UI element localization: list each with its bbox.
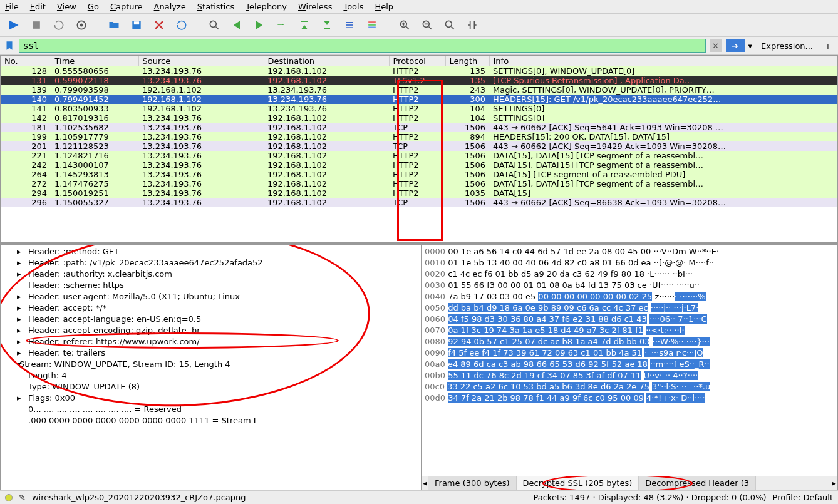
menu-statistics[interactable]: Statistics — [197, 2, 234, 11]
packet-row[interactable]: 2641.14529381313.234.193.76192.168.1.102… — [1, 170, 837, 179]
packet-row[interactable]: 2421.14300010713.234.193.76192.168.1.102… — [1, 160, 837, 170]
reload-icon[interactable] — [173, 16, 190, 34]
first-icon[interactable] — [296, 16, 313, 34]
menu-telephony[interactable]: Telephony — [246, 2, 287, 11]
zoom-in-icon[interactable] — [396, 16, 413, 34]
tree-item[interactable]: ▸Header: user-agent: Mozilla/5.0 (X11; U… — [3, 291, 418, 302]
tree-item[interactable]: ▸Header: :path: /v1/pk_20ecac233aaaee647… — [3, 257, 418, 269]
packet-row[interactable]: 1310.59907211813.234.193.76192.168.1.102… — [1, 76, 837, 85]
colorize-icon[interactable] — [363, 16, 381, 34]
add-filter-button[interactable]: + — [822, 41, 834, 51]
column-length[interactable]: Length — [445, 56, 489, 66]
jump-icon[interactable] — [273, 16, 291, 34]
capture-start-icon[interactable] — [5, 16, 23, 34]
hex-line[interactable]: 0070 0a 1f 3c 19 74 3a 1a e5 18 d4 49 a7… — [425, 325, 835, 336]
menu-file[interactable]: File — [5, 2, 19, 11]
packet-row[interactable]: 1410.803500933192.168.1.10213.234.193.76… — [1, 104, 837, 113]
hex-line[interactable]: 0010 01 1e 5b 13 40 00 40 06 4d 82 c0 a8… — [425, 257, 835, 269]
tree-item[interactable]: 0... .... .... .... .... .... .... .... … — [3, 404, 418, 415]
hex-line[interactable]: 00d0 34 7f 2a 21 2b 98 78 f1 44 a9 9f 6c… — [425, 393, 835, 404]
tab-scroll-right-icon[interactable]: ▸ — [830, 476, 837, 490]
menu-help[interactable]: Help — [375, 2, 393, 11]
hex-line[interactable]: 0060 04 f5 98 d3 30 36 80 a4 37 f6 e2 31… — [425, 314, 835, 325]
tree-item[interactable]: ▸Flags: 0x00 — [3, 393, 418, 404]
tree-item[interactable]: Header: :scheme: https — [3, 280, 418, 291]
prev-icon[interactable] — [228, 16, 246, 34]
hex-line[interactable]: 00a0 e4 89 6d ca c3 ab 98 66 65 53 d6 92… — [425, 359, 835, 370]
hex-line[interactable]: 00b0 55 11 dc 76 8c 2d 19 cf 34 07 85 3f… — [425, 370, 835, 381]
tree-item[interactable]: Length: 4 — [3, 370, 418, 381]
zoom-out-icon[interactable] — [418, 16, 436, 34]
apply-filter-icon[interactable]: ➔ — [726, 39, 745, 52]
packet-row[interactable]: 1991.10591777913.234.193.76192.168.1.102… — [1, 132, 837, 141]
expression-button[interactable]: Expression... — [756, 40, 818, 52]
autoscroll-icon[interactable] — [341, 16, 358, 34]
tab-scroll-left-icon[interactable]: ◂ — [422, 476, 428, 490]
packet-row[interactable]: 1280.55558065613.234.193.76192.168.1.102… — [1, 66, 837, 76]
bookmark-icon[interactable] — [4, 40, 15, 51]
tree-item[interactable]: ▸Header: accept-encoding: gzip, deflate,… — [3, 325, 418, 336]
tree-item[interactable]: ▸Header: referer: https://www.upwork.com… — [3, 336, 418, 347]
hex-line[interactable]: 0080 92 94 0b 57 c1 25 07 dc ac b8 1a a4… — [425, 336, 835, 347]
tab-frame[interactable]: Frame (300 bytes) — [428, 476, 517, 490]
menu-capture[interactable]: Capture — [110, 2, 143, 11]
column-time[interactable]: Time — [51, 56, 138, 66]
packet-row[interactable]: 2011.12112852313.234.193.76192.168.1.102… — [1, 141, 837, 151]
packet-row[interactable]: 1811.10253568213.234.193.76192.168.1.102… — [1, 123, 837, 132]
hex-line[interactable]: 0090 f4 5f ee f4 1f 73 39 61 72 09 63 c1… — [425, 347, 835, 359]
display-filter-input[interactable] — [19, 39, 706, 53]
save-icon[interactable] — [128, 16, 145, 34]
resize-cols-icon[interactable] — [463, 16, 481, 34]
close-file-icon[interactable] — [150, 16, 168, 34]
menu-analyze[interactable]: Analyze — [154, 2, 186, 11]
tree-item[interactable]: ▸Header: :authority: x.clearbitjs.com — [3, 269, 418, 280]
tree-item[interactable]: ▸Header: te: trailers — [3, 347, 418, 359]
clear-filter-icon[interactable]: ✕ — [710, 39, 722, 52]
menu-wireless[interactable]: Wireless — [298, 2, 332, 11]
column-source[interactable]: Source — [138, 56, 264, 66]
next-icon[interactable] — [251, 16, 268, 34]
hex-line[interactable]: 0000 00 1e a6 56 14 c0 44 6d 57 1d ee 2a… — [425, 246, 835, 257]
packet-row[interactable]: 1390.799093598192.168.1.10213.234.193.76… — [1, 85, 837, 95]
column-info[interactable]: Info — [489, 56, 837, 66]
tree-item[interactable]: .000 0000 0000 0000 0000 0000 0000 1111 … — [3, 415, 418, 426]
edit-icon[interactable]: ✎ — [19, 493, 26, 502]
tree-item[interactable]: ▸Header: :method: GET — [3, 246, 418, 257]
hex-line[interactable]: 0030 01 55 66 f3 00 00 01 01 08 0a b4 fd… — [425, 280, 835, 291]
capture-stop-icon[interactable] — [28, 16, 45, 34]
last-icon[interactable] — [318, 16, 336, 34]
tab-decompressed-header[interactable]: Decompressed Header (3 — [639, 476, 756, 490]
column-no[interactable]: No. — [1, 56, 51, 66]
profile-label[interactable]: Profile: Default — [773, 493, 833, 502]
packet-row[interactable]: 2961.15005532713.234.193.76192.168.1.102… — [1, 198, 837, 207]
packet-row[interactable]: 1400.799491452192.168.1.10213.234.193.76… — [1, 95, 837, 104]
menu-go[interactable]: Go — [88, 2, 99, 11]
options-icon[interactable] — [73, 16, 90, 34]
packet-details-pane[interactable]: ▸Header: :method: GET▸Header: :path: /v1… — [0, 244, 422, 490]
packet-list[interactable]: No.TimeSourceDestinationProtocolLengthIn… — [0, 55, 838, 243]
tree-item[interactable]: ▸Header: accept-language: en-US,en;q=0.5 — [3, 314, 418, 325]
packet-row[interactable]: 2721.14747627513.234.193.76192.168.1.102… — [1, 179, 837, 188]
hex-line[interactable]: 0020 c1 4c ec f6 01 bb d5 a9 20 da c3 62… — [425, 269, 835, 280]
tree-item[interactable]: ▾Stream: WINDOW_UPDATE, Stream ID: 15, L… — [3, 359, 418, 370]
menu-tools[interactable]: Tools — [343, 2, 363, 11]
column-destination[interactable]: Destination — [264, 56, 389, 66]
packet-row[interactable]: 1420.81701931613.234.193.76192.168.1.102… — [1, 113, 837, 123]
zoom-reset-icon[interactable] — [441, 16, 458, 34]
restart-icon[interactable] — [50, 16, 68, 34]
tab-decrypted-ssl[interactable]: Decrypted SSL (205 bytes) — [517, 476, 639, 490]
menu-edit[interactable]: Edit — [30, 2, 46, 11]
packet-bytes-pane[interactable]: 0000 00 1e a6 56 14 c0 44 6d 57 1d ee 2a… — [422, 245, 837, 476]
expert-info-icon[interactable] — [5, 494, 13, 501]
hex-line[interactable]: 0040 7a b9 17 03 03 00 e5 00 00 00 00 00… — [425, 291, 835, 302]
open-icon[interactable] — [105, 16, 123, 34]
filter-dropdown-icon[interactable]: ▾ — [748, 41, 753, 51]
column-protocol[interactable]: Protocol — [389, 56, 445, 66]
tree-item[interactable]: ▸Header: accept: */* — [3, 302, 418, 314]
tree-item[interactable]: Type: WINDOW_UPDATE (8) — [3, 381, 418, 393]
hex-line[interactable]: 0050 dd ba b4 d9 18 6a 0e 9b 89 09 c6 6a… — [425, 302, 835, 314]
hex-line[interactable]: 00c0 33 22 c5 a2 6c 10 53 bd a5 b6 3d 8e… — [425, 381, 835, 393]
packet-row[interactable]: 2941.15001925113.234.193.76192.168.1.102… — [1, 188, 837, 198]
menu-view[interactable]: View — [57, 2, 76, 11]
packet-row[interactable]: 2211.12482171613.234.193.76192.168.1.102… — [1, 151, 837, 160]
